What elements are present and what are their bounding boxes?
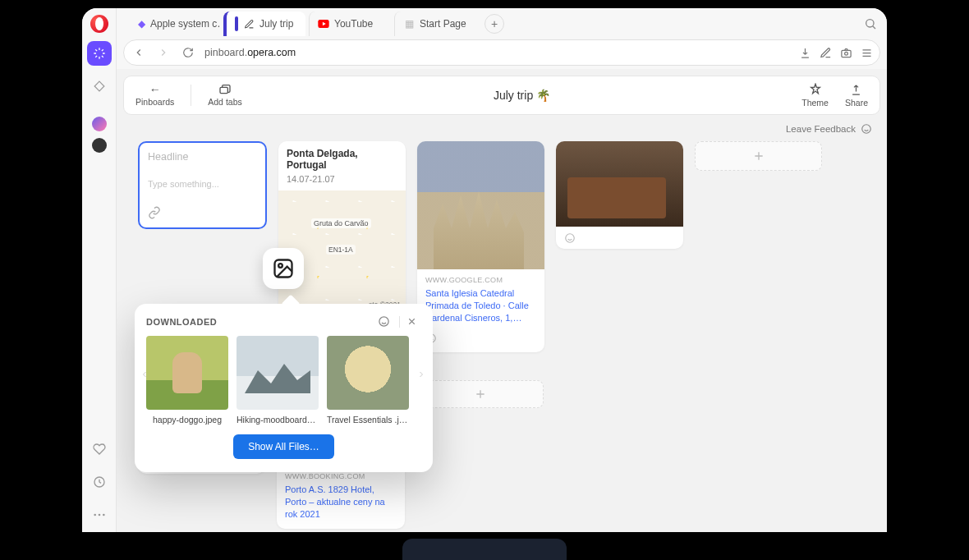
new-tab-button[interactable]: +	[484, 14, 504, 34]
tab-label: Start Page	[420, 18, 466, 30]
popover-close-button[interactable]	[406, 316, 421, 327]
share-button[interactable]: Share	[845, 84, 868, 108]
reload-button[interactable]	[180, 44, 196, 61]
thumbnail-item[interactable]: Travel Essentials .jpeg	[327, 336, 409, 425]
svg-point-15	[278, 264, 282, 268]
thumbnail-item[interactable]: Hiking-moodboard_2.jpeg	[237, 336, 319, 425]
pinboard-content: ← Pinboards Add tabs July trip 🌴 Theme	[117, 69, 887, 532]
thumbnail-caption: Travel Essentials .jpeg	[327, 415, 409, 425]
url-domain: opera.com	[247, 47, 296, 58]
menu-icon[interactable]	[861, 47, 873, 59]
card-cafe[interactable]	[556, 141, 683, 249]
card-link-title[interactable]: Porto A.S. 1829 Hotel, Porto – aktualne …	[285, 484, 397, 521]
pin-icon[interactable]	[820, 47, 832, 59]
tab-youtube[interactable]: YouTube	[309, 11, 391, 36]
url-prefix: pinboard.	[204, 47, 247, 58]
smiley-icon[interactable]	[861, 123, 872, 135]
thumbnail-strip: happy-doggo.jpeg Hiking-moodboard_2.jpeg…	[146, 336, 421, 425]
thumbnail-caption: happy-doggo.jpeg	[146, 415, 228, 425]
favicon-icon: ◆	[138, 18, 145, 30]
card-toledo[interactable]: WWW.GOOGLE.COM Santa Iglesia Catedral Pr…	[417, 141, 544, 352]
screenshot-icon[interactable]	[840, 47, 852, 59]
tab-start-page[interactable]: ▦ Start Page	[394, 11, 476, 36]
add-card-button[interactable]	[416, 380, 544, 408]
link-icon[interactable]	[148, 206, 257, 219]
sidebar-button-ai[interactable]	[87, 41, 112, 66]
theme-button[interactable]: Theme	[801, 83, 829, 108]
svg-point-9	[862, 125, 871, 134]
workspace-avatar-1[interactable]	[92, 117, 107, 131]
workspace-rail	[82, 8, 117, 532]
svg-point-12	[566, 234, 575, 243]
main-area: ◆ Apple system c… July trip YouTube ▦ St…	[117, 8, 887, 532]
pinboard-toolbar: ← Pinboards Add tabs July trip 🌴 Theme	[123, 76, 880, 115]
page-title: July trip 🌴	[259, 89, 786, 102]
card-headline-editor[interactable]: Headline Type something...	[138, 141, 267, 229]
tab-label: YouTube	[334, 18, 373, 30]
sidebar-button-diamond[interactable]	[87, 74, 112, 99]
forward-button[interactable]	[155, 44, 172, 61]
back-button[interactable]	[131, 44, 147, 61]
svg-point-3	[103, 514, 105, 516]
card-subtitle: 14.07-21.07	[287, 174, 397, 184]
card-source: WWW.BOOKING.COM	[285, 472, 397, 480]
workspace-avatar-2[interactable]	[92, 138, 107, 153]
body-input[interactable]: Type something...	[148, 168, 257, 201]
svg-point-2	[98, 514, 100, 516]
sidebar-button-history[interactable]	[87, 470, 112, 494]
card-link-title[interactable]: Santa Iglesia Catedral Primada de Toledo…	[425, 287, 536, 324]
add-tabs-button[interactable]: Add tabs	[208, 84, 241, 107]
sidebar-button-heart[interactable]	[87, 437, 112, 461]
show-all-files-button[interactable]: Show All Files…	[233, 434, 334, 459]
map-poi-label: Gruta do Carvão	[311, 218, 371, 228]
tab-label: Apple system c…	[150, 18, 220, 30]
favicon-icon	[243, 18, 255, 30]
leave-feedback-link[interactable]: Leave Feedback	[786, 124, 856, 134]
address-bar[interactable]: pinboard.opera.com	[123, 39, 880, 66]
opera-logo-icon[interactable]	[90, 15, 108, 33]
tab-july-trip[interactable]: July trip	[223, 11, 305, 36]
pinboards-button[interactable]: ← Pinboards	[135, 84, 174, 107]
toolbar-label: Pinboards	[135, 97, 174, 107]
tab-apple-system[interactable]: ◆ Apple system c…	[122, 11, 220, 36]
thumbnail-caption: Hiking-moodboard_2.jpeg	[237, 415, 319, 425]
svg-point-7	[845, 52, 848, 55]
thumbnail-image	[327, 336, 409, 410]
youtube-icon	[318, 18, 329, 30]
popover-emoji-button[interactable]	[378, 315, 393, 328]
arrow-left-icon: ←	[149, 84, 161, 95]
card-react-button[interactable]	[556, 227, 683, 249]
sidebar-button-more[interactable]	[87, 503, 112, 527]
svg-point-16	[379, 317, 388, 326]
add-card-button[interactable]	[695, 141, 822, 171]
image-icon	[272, 257, 295, 280]
address-actions	[799, 47, 873, 59]
svg-point-1	[94, 514, 96, 516]
device-notch	[402, 539, 567, 560]
svg-rect-6	[842, 50, 851, 57]
headline-input[interactable]: Headline	[148, 151, 257, 163]
toolbar-label: Theme	[801, 98, 829, 108]
download-icon[interactable]	[799, 47, 811, 59]
separator	[191, 85, 191, 106]
url-text[interactable]: pinboard.opera.com	[204, 47, 791, 58]
toolbar-label: Add tabs	[208, 97, 241, 107]
add-tabs-icon	[218, 84, 232, 95]
tab-search-button[interactable]	[864, 17, 877, 30]
thumbnail-item[interactable]: happy-doggo.jpeg	[146, 336, 228, 425]
share-icon	[850, 84, 862, 96]
toolbar-label: Share	[845, 98, 868, 108]
map-road-label: EN1-1A	[326, 245, 356, 255]
svg-rect-8	[220, 87, 227, 93]
card-title: Ponta Delgada, Portugal	[287, 148, 397, 171]
card-image	[417, 141, 544, 269]
popover-heading: DOWNLOADED	[146, 317, 217, 327]
card-react-button[interactable]	[425, 333, 536, 345]
separator	[399, 316, 400, 328]
thumbnail-image	[146, 336, 228, 410]
theme-icon	[809, 83, 822, 96]
insert-image-button[interactable]	[263, 248, 304, 289]
card-image	[556, 141, 683, 227]
chevron-right-icon[interactable]	[416, 367, 428, 382]
tab-strip: ◆ Apple system c… July trip YouTube ▦ St…	[117, 8, 887, 36]
